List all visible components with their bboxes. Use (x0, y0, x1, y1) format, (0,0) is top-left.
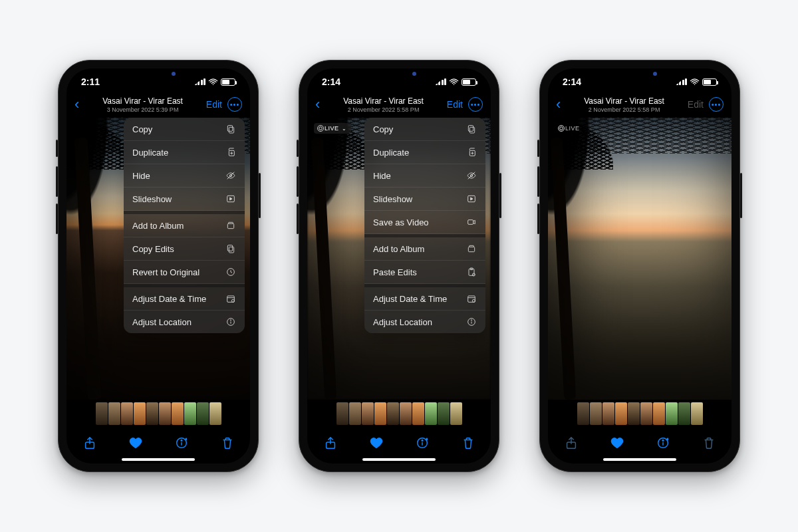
device-2: 2:14 ‹ Vasai Virar - Virar East 2 Novemb… (299, 60, 499, 472)
favorite-button[interactable] (128, 435, 144, 451)
nav-bar: ‹ Vasai Virar - Virar East 2 November 20… (548, 91, 732, 118)
header-subtitle: 2 November 2022 5:58 PM (584, 106, 664, 113)
notch (356, 68, 442, 86)
battery-icon (462, 78, 476, 86)
menu-copy[interactable]: Copy (124, 118, 245, 141)
svg-point-13 (231, 299, 234, 302)
svg-rect-1 (229, 127, 233, 133)
svg-rect-29 (468, 247, 474, 251)
context-menu: Copy Duplicate Hide Slideshow Save as Vi… (364, 118, 485, 333)
menu-hide[interactable]: Hide (124, 164, 245, 188)
photo-area[interactable]: Copy Duplicate Hide Slideshow Add to Alb… (66, 118, 250, 400)
live-badge[interactable]: LIVE (555, 123, 585, 134)
menu-slideshow[interactable]: Slideshow (364, 188, 485, 211)
svg-point-42 (422, 440, 423, 441)
svg-rect-2 (227, 126, 232, 132)
menu-adjust-location[interactable]: Adjust Location (124, 311, 245, 333)
copy-icon (466, 124, 477, 134)
photo-area[interactable]: LIVE ⌄ Copy Duplicate Hide Slideshow Sav… (307, 118, 491, 400)
svg-point-21 (454, 84, 455, 85)
info-button[interactable] (414, 435, 430, 451)
edit-button[interactable]: Edit (206, 99, 222, 110)
menu-add-album[interactable]: Add to Album (364, 237, 485, 261)
menu-adjust-date[interactable]: Adjust Date & Time (364, 287, 485, 311)
live-label: LIVE (325, 125, 339, 132)
favorite-button[interactable] (609, 435, 625, 451)
header-title-area[interactable]: Vasai Virar - Virar East 3 November 2022… (102, 96, 183, 113)
svg-rect-8 (229, 247, 233, 253)
notch (597, 68, 683, 86)
delete-button[interactable] (219, 435, 235, 451)
bottom-toolbar (66, 429, 250, 457)
header-subtitle: 2 November 2022 5:58 PM (343, 106, 424, 113)
thumbnail-strip[interactable] (66, 402, 250, 426)
svg-point-43 (694, 84, 696, 85)
menu-copy[interactable]: Copy (364, 118, 485, 141)
hide-icon (225, 170, 236, 181)
edit-button: Edit (688, 99, 704, 110)
back-button[interactable]: ‹ (74, 96, 79, 113)
more-button[interactable]: ••• (709, 97, 724, 112)
header-subtitle: 3 November 2022 5:39 PM (102, 106, 183, 113)
menu-add-album[interactable]: Add to Album (124, 214, 245, 237)
header-title: Vasai Virar - Virar East (102, 96, 183, 106)
svg-point-38 (471, 320, 471, 321)
status-right (195, 78, 236, 86)
menu-hide[interactable]: Hide (364, 164, 485, 188)
revert-icon (225, 267, 236, 277)
more-button[interactable]: ••• (227, 97, 242, 112)
menu-adjust-date[interactable]: Adjust Date & Time (124, 287, 245, 311)
info-button[interactable] (655, 435, 671, 451)
wifi-icon (690, 78, 700, 86)
edit-button[interactable]: Edit (447, 99, 463, 110)
menu-duplicate[interactable]: Duplicate (364, 141, 485, 164)
status-time: 2:14 (563, 76, 581, 87)
wifi-icon (449, 78, 459, 86)
chevron-down-icon: ⌄ (342, 126, 347, 132)
info-button[interactable] (174, 435, 190, 451)
header-title: Vasai Virar - Virar East (343, 96, 424, 106)
notch (115, 68, 201, 86)
back-button[interactable]: ‹ (556, 96, 561, 113)
play-icon (225, 194, 236, 204)
menu-adjust-location[interactable]: Adjust Location (364, 311, 485, 333)
header-title-area[interactable]: Vasai Virar - Virar East 2 November 2022… (343, 96, 424, 113)
menu-slideshow[interactable]: Slideshow (124, 188, 245, 211)
favorite-button[interactable] (368, 435, 384, 451)
back-button[interactable]: ‹ (315, 96, 320, 113)
bottom-toolbar (548, 429, 732, 457)
svg-point-0 (213, 84, 214, 85)
paste-icon (466, 267, 477, 277)
svg-rect-7 (227, 223, 233, 228)
calendar-icon (466, 293, 477, 304)
calendar-icon (225, 293, 236, 304)
header-title-area[interactable]: Vasai Virar - Virar East 2 November 2022… (584, 96, 664, 113)
svg-rect-28 (468, 220, 473, 225)
thumbnail-strip[interactable] (548, 402, 732, 426)
menu-paste-edits[interactable]: Paste Edits (364, 261, 485, 284)
album-icon (466, 243, 477, 254)
home-indicator[interactable] (122, 458, 195, 461)
delete-button[interactable] (460, 435, 476, 451)
svg-rect-33 (468, 296, 475, 302)
menu-save-video[interactable]: Save as Video (364, 211, 485, 234)
status-time: 2:14 (322, 76, 340, 87)
svg-rect-22 (469, 127, 474, 133)
share-button (563, 435, 579, 451)
menu-revert[interactable]: Revert to Original (124, 261, 245, 284)
share-button[interactable] (323, 435, 338, 451)
wifi-icon (208, 78, 218, 86)
svg-point-20 (181, 440, 182, 441)
share-button[interactable] (82, 435, 98, 451)
menu-copy-edits[interactable]: Copy Edits (124, 237, 245, 261)
more-button[interactable]: ••• (468, 97, 483, 112)
live-badge[interactable]: LIVE ⌄ (314, 123, 351, 134)
svg-rect-11 (227, 296, 235, 302)
home-indicator[interactable] (362, 458, 436, 461)
thumbnail-strip[interactable] (307, 402, 491, 426)
hide-icon (466, 170, 477, 181)
home-indicator[interactable] (603, 458, 676, 461)
photo-area[interactable]: LIVE (548, 118, 732, 400)
bottom-toolbar (307, 429, 491, 457)
menu-duplicate[interactable]: Duplicate (124, 141, 245, 164)
